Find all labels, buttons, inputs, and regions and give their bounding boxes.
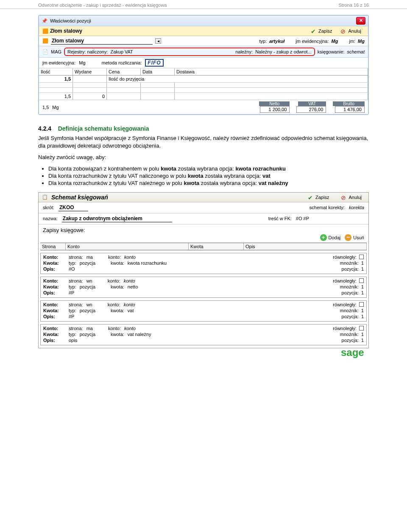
typ-sublabel: typ: xyxy=(69,308,76,313)
opis-value: #P xyxy=(69,314,74,319)
add-icon[interactable]: + xyxy=(320,234,327,241)
strona-sublabel: strona: xyxy=(69,278,83,283)
opis-value: opis xyxy=(69,338,77,343)
item-properties-window: 📌 Właściwości pozycji ✕ 🟧 Złom stalowy ✔… xyxy=(38,15,369,115)
save-button[interactable]: ✔Zapisz xyxy=(307,28,335,34)
reg-val-1: Zakup VAT xyxy=(110,49,133,54)
item-name-input[interactable] xyxy=(51,37,153,45)
delete-label[interactable]: Usuń xyxy=(353,235,364,240)
kwota-label: Kwota: xyxy=(43,284,66,289)
col-ilosc: Ilość xyxy=(39,68,73,75)
close-button[interactable]: ✕ xyxy=(356,17,365,25)
nalezny-value: Należny - zakup z odwrot... xyxy=(255,49,312,54)
opis-label: Opis: xyxy=(43,290,66,295)
pozycja-value: 1 xyxy=(361,266,364,272)
mnoznik-value: 1 xyxy=(361,260,364,266)
jm-value: Mg xyxy=(358,39,365,44)
grid-header: Ilość Wydane Cena Data Dostawa xyxy=(39,68,368,76)
sage-logo: sage xyxy=(341,347,373,360)
sum-a: 1,5 xyxy=(39,93,73,100)
cancel-label: Anuluj xyxy=(348,28,361,34)
doc-icon: 📄 xyxy=(42,49,48,55)
section-title: Definicja schematu księgowania xyxy=(58,125,149,132)
window-title: Właściwości pozycji xyxy=(50,18,91,23)
spinner[interactable]: ◂ xyxy=(155,38,161,44)
konto-value: konto xyxy=(124,278,135,283)
col-dostawa: Dostawa xyxy=(175,68,368,75)
typ-value: pozycja xyxy=(80,260,95,266)
kwota-sublabel: kwota: xyxy=(111,260,124,266)
entry-block: Konto:strona: wnkonto: kontorównoległy: … xyxy=(40,300,367,322)
schema-save-button[interactable]: ✔Zapisz xyxy=(304,194,332,201)
jm-ewid-value: Mg xyxy=(332,39,338,44)
rownolegly-checkbox[interactable] xyxy=(359,255,364,259)
konto-sublabel: konto: xyxy=(108,278,120,283)
pozycja-value: 1 xyxy=(361,290,364,295)
korekta-value: korekta xyxy=(349,205,364,210)
rownolegly-label: równoległy: xyxy=(333,326,357,331)
brutto-value: 1 476,00 xyxy=(335,106,365,113)
hdr-kwota: Kwota xyxy=(189,243,244,250)
item-icon: 🟧 xyxy=(42,28,48,34)
konto-sublabel: konto: xyxy=(108,255,121,260)
hdr-opis: Opis xyxy=(244,243,367,250)
svg-text:sage: sage xyxy=(341,347,364,358)
strona-sublabel: strona: xyxy=(69,302,83,307)
ksieg-value: schemat xyxy=(347,49,365,54)
rownolegly-checkbox[interactable] xyxy=(359,302,364,307)
section-number: 4.2.4 xyxy=(38,125,51,132)
bullet-3: Dla konta rozrachunków z tytułu VAT nale… xyxy=(48,180,369,186)
kwota-sublabel: kwota: xyxy=(111,332,124,337)
vat-label: VAT xyxy=(298,101,326,106)
accept-qty: 1,5 xyxy=(39,76,73,82)
mnoznik-label: mnożnik: xyxy=(340,308,359,313)
opis-value: #P xyxy=(69,290,74,295)
nazwa-input[interactable] xyxy=(62,215,172,222)
opis-label: Opis: xyxy=(43,266,66,272)
korekta-label: schemat korekty: xyxy=(309,205,345,210)
tresc-value: #O #P xyxy=(296,216,309,221)
grid-row-blank xyxy=(39,88,368,93)
footer-qty: 1,5 xyxy=(42,105,49,110)
fifo-badge: FIFO xyxy=(145,59,163,67)
mnoznik-label: mnożnik: xyxy=(340,332,359,337)
pozycja-label: pozycja: xyxy=(342,290,359,295)
sum-b: 0 xyxy=(73,93,107,100)
delete-icon[interactable]: − xyxy=(345,234,351,241)
check-icon: ✔ xyxy=(308,194,314,200)
schema-grid-header: Strona Konto Kwota Opis xyxy=(40,243,367,250)
pozycja-value: 1 xyxy=(361,314,364,319)
pin-icon: 📌 xyxy=(42,18,47,24)
konto-value: konto xyxy=(124,255,136,260)
entry-block: Konto:strona: makonto: kontorównoległy: … xyxy=(40,253,367,274)
jm-ewid2-value: Mg xyxy=(79,60,85,65)
item-icon-2: 🟧 xyxy=(42,38,48,44)
registers-highlight: Rejestry: naliczony: Zakup VAT należny: … xyxy=(64,48,315,56)
opis-value: #O xyxy=(69,266,75,272)
rownolegly-checkbox[interactable] xyxy=(359,326,364,330)
page-number: Strona 16 z 16 xyxy=(338,3,369,8)
footer-unit: Mg xyxy=(52,105,59,110)
strona-value: ma xyxy=(86,255,93,260)
pozycja-value: 1 xyxy=(361,338,364,343)
typ-sublabel: typ: xyxy=(69,260,76,266)
bullet-1: Dla konta zobowiązań z kontrahentem w po… xyxy=(48,165,369,172)
jm-ewid-label: jm ewidencyjna: xyxy=(295,39,329,44)
pozycja-label: pozycja: xyxy=(342,266,359,272)
cancel-label: Anuluj xyxy=(348,195,362,200)
schema-cancel-button[interactable]: ⊘Anuluj xyxy=(337,194,365,201)
rownolegly-label: równoległy: xyxy=(333,302,357,307)
cancel-button[interactable]: ⊘Anuluj xyxy=(337,28,365,34)
add-label[interactable]: Dodaj xyxy=(329,235,341,240)
mag-label: MAG xyxy=(51,49,61,54)
bullet-list: Dla konta zobowiązań z kontrahentem w po… xyxy=(48,165,369,186)
skrot-input[interactable] xyxy=(59,204,88,211)
rownolegly-label: równoległy: xyxy=(333,255,357,260)
grid-row-blank xyxy=(39,83,368,88)
rownolegly-checkbox[interactable] xyxy=(359,278,364,283)
accept-label: Ilość do przyjęcia xyxy=(107,76,368,82)
schema-window: 📋 Schemat księgowań ✔Zapisz ⊘Anuluj skró… xyxy=(38,192,369,348)
hdr-konto: Konto xyxy=(66,243,189,250)
typ-label: typ: xyxy=(259,39,267,44)
section-heading: 4.2.4 Definicja schematu księgowania xyxy=(38,125,369,132)
